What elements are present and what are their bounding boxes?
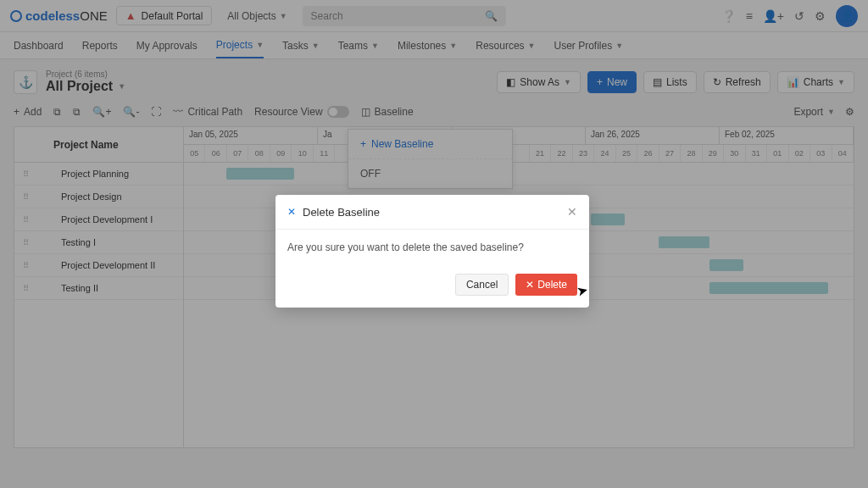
modal-body: Are you sure you want to delete the save… [275, 230, 589, 265]
x-icon: ✕ [287, 206, 296, 218]
modal-title: Delete Baseline [303, 206, 380, 219]
modal-header: ✕ Delete Baseline ✕ [275, 195, 589, 230]
delete-baseline-modal: ✕ Delete Baseline ✕ Are you sure you wan… [275, 195, 589, 308]
cancel-button[interactable]: Cancel [455, 274, 509, 296]
delete-button[interactable]: ✕Delete [515, 274, 577, 296]
modal-footer: Cancel ✕Delete [275, 265, 589, 308]
x-icon: ✕ [526, 279, 534, 291]
close-icon[interactable]: ✕ [567, 205, 577, 219]
